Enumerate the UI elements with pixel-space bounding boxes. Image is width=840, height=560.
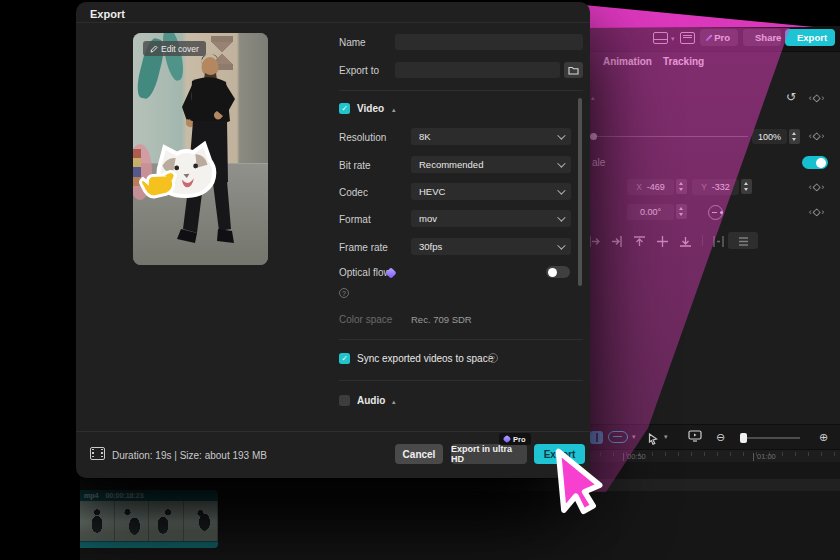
folder-icon — [568, 66, 579, 75]
tab-animation[interactable]: Animation — [603, 56, 652, 67]
format-label: Format — [339, 214, 371, 225]
x-position-box[interactable]: X-469 — [627, 179, 674, 195]
y-position-box[interactable]: Y-332 — [692, 179, 739, 195]
link-clips-icon[interactable] — [608, 431, 628, 443]
format-value: mov — [419, 213, 437, 224]
dialog-scrollbar[interactable] — [578, 98, 582, 286]
keyframe-nav[interactable]: ‹◇› — [804, 206, 830, 217]
codec-select[interactable]: HEVC — [411, 183, 571, 200]
screenshot-stage: ▾ Pro Share Export Animation Tracking ▴ … — [0, 0, 840, 560]
scale-value-box[interactable]: 100% — [752, 129, 787, 144]
rotation-box[interactable]: 0.00° — [627, 204, 674, 220]
pro-button[interactable]: Pro — [700, 29, 738, 46]
optical-flow-toggle[interactable] — [546, 266, 570, 278]
keyframe-nav[interactable]: ‹◇› — [804, 181, 830, 192]
section-collapse-icon[interactable]: ▴ — [591, 94, 595, 102]
film-icon — [90, 447, 105, 460]
export-to-label: Export to — [339, 65, 379, 76]
align-top-icon[interactable] — [633, 234, 646, 247]
cancel-button[interactable]: Cancel — [395, 444, 443, 464]
help-icon[interactable]: ? — [339, 288, 349, 298]
format-select[interactable]: mov — [411, 210, 571, 227]
video-clip[interactable]: mp4 00:00:18:23 — [80, 490, 218, 548]
bitrate-select[interactable]: Recommended — [411, 156, 571, 173]
footer-divider — [76, 431, 590, 432]
sync-label: Sync exported videos to space — [357, 353, 493, 364]
video-checkbox[interactable]: ✓ — [339, 103, 350, 114]
layout-preview-icon[interactable] — [653, 32, 668, 44]
x-value: -469 — [647, 182, 665, 192]
zoom-slider-track[interactable] — [740, 437, 800, 439]
name-input[interactable] — [395, 34, 583, 50]
resolution-select[interactable]: 8K — [411, 128, 571, 145]
x-stepper[interactable] — [676, 179, 687, 194]
chevron-down-icon[interactable]: ▾ — [671, 35, 675, 43]
dialog-title: Export — [90, 8, 125, 20]
zoom-in-icon[interactable]: ⊕ — [819, 431, 828, 444]
export-dialog: Export — [76, 2, 590, 478]
rotation-value: 0.00° — [640, 207, 661, 217]
snap-toggle-icon[interactable] — [590, 431, 603, 444]
thumbnail — [149, 501, 184, 541]
uniform-scale-toggle[interactable] — [802, 156, 828, 169]
export-info: Duration: 19s | Size: about 193 MB — [112, 450, 267, 461]
chevron-down-icon — [557, 241, 565, 249]
zoom-out-icon[interactable]: ⊖ — [716, 431, 725, 444]
y-stepper[interactable] — [741, 179, 752, 194]
layout-panels-icon[interactable] — [680, 32, 695, 44]
chevron-down-icon — [557, 159, 565, 167]
scale-stepper[interactable] — [789, 129, 800, 144]
share-button[interactable]: Share — [743, 29, 781, 46]
distribute-vertical-icon[interactable] — [737, 234, 750, 247]
bitrate-label: Bit rate — [339, 160, 371, 171]
divider — [339, 380, 583, 381]
reset-icon[interactable]: ↺ — [786, 90, 796, 104]
preview-clip-icon[interactable] — [688, 429, 702, 444]
edit-cover-button[interactable]: Edit cover — [143, 41, 206, 56]
keyframe-nav[interactable]: ‹◇› — [804, 130, 830, 141]
select-tool-icon[interactable] — [648, 431, 658, 443]
gem-icon — [503, 435, 511, 443]
align-center-icon[interactable] — [656, 234, 669, 247]
tab-tracking[interactable]: Tracking — [663, 56, 704, 67]
align-right-icon[interactable] — [610, 234, 623, 247]
collapse-audio-icon[interactable]: ▴ — [392, 398, 396, 406]
gem-icon — [705, 34, 712, 41]
resolution-value: 8K — [419, 131, 431, 142]
align-bottom-icon[interactable] — [679, 234, 692, 247]
audio-checkbox[interactable]: ✓ — [339, 395, 350, 406]
x-label: X — [636, 182, 642, 192]
audio-section-label: Audio — [357, 395, 385, 406]
help-icon[interactable]: ? — [488, 353, 498, 363]
chevron-down-icon[interactable]: ▾ — [664, 433, 668, 441]
ruler-timestamp: 00:50 — [623, 453, 646, 461]
clip-timestamp: 00:00:18:23 — [105, 492, 143, 499]
clip-label: mp4 00:00:18:23 — [80, 490, 218, 501]
collapse-video-icon[interactable]: ▴ — [392, 106, 396, 114]
ruler-timestamp: 01:00 — [753, 453, 776, 461]
zoom-slider-knob[interactable] — [740, 433, 747, 443]
header-export-button[interactable]: Export — [785, 29, 835, 46]
export-ultra-hd-button[interactable]: Export in ultra HD — [451, 444, 527, 464]
pencil-icon — [150, 45, 158, 53]
scale-slider-knob[interactable] — [590, 133, 597, 140]
clip-audio-strip — [80, 541, 218, 548]
framerate-label: Frame rate — [339, 242, 388, 253]
keyframe-nav[interactable]: ‹◇› — [804, 92, 830, 103]
rotation-stepper[interactable] — [676, 204, 687, 219]
rotation-dial[interactable] — [708, 205, 723, 220]
edit-cover-label: Edit cover — [161, 44, 199, 54]
thumbnail — [80, 501, 115, 541]
pro-badge-label: Pro — [513, 435, 526, 444]
scale-slider-track[interactable] — [592, 136, 748, 137]
browse-folder-button[interactable] — [564, 62, 583, 78]
chevron-down-icon — [557, 213, 565, 221]
sync-checkbox[interactable]: ✓ — [339, 353, 350, 364]
color-space-value: Rec. 709 SDR — [411, 314, 472, 325]
export-to-input[interactable] — [395, 62, 560, 78]
y-label: Y — [701, 182, 707, 192]
framerate-select[interactable]: 30fps — [411, 238, 571, 255]
distribute-horizontal-icon[interactable] — [712, 234, 725, 247]
chevron-down-icon[interactable]: ▾ — [632, 433, 636, 441]
clip-thumbnails — [80, 501, 218, 541]
